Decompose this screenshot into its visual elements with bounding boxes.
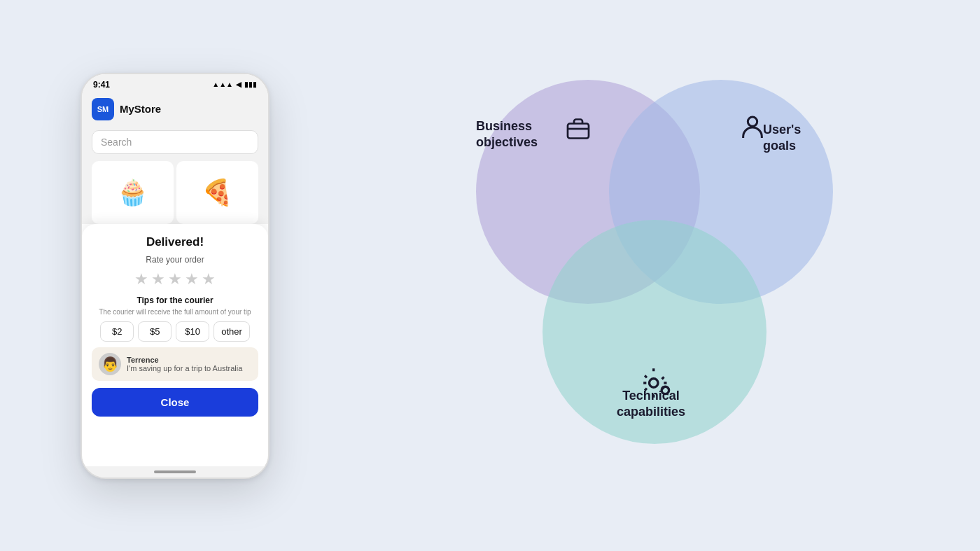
tips-sub: The courier will receive the full amount… <box>92 308 258 316</box>
food-card-cupcake[interactable]: 🧁 <box>92 161 174 224</box>
tip-buttons: $2 $5 $10 other <box>92 321 258 342</box>
gear-icon <box>640 365 676 400</box>
star-5[interactable]: ★ <box>202 270 216 288</box>
courier-avatar: 👨 <box>99 353 121 375</box>
delivered-title: Delivered! <box>92 235 258 249</box>
person-icon <box>738 113 766 141</box>
briefcase-icon <box>566 116 591 141</box>
stars-row: ★ ★ ★ ★ ★ <box>92 270 258 288</box>
business-label-line2: objectives <box>476 134 538 151</box>
app-name: MyStore <box>120 103 161 115</box>
tip-btn-5[interactable]: $5 <box>138 321 172 342</box>
wifi-icon: ◀ <box>236 81 241 88</box>
bottom-sheet: Delivered! Rate your order ★ ★ ★ ★ ★ Tip… <box>82 224 268 466</box>
star-4[interactable]: ★ <box>185 270 199 288</box>
phone-mockup: 9:41 ▲▲▲ ◀ ▮▮▮ SM MyStore Search 🧁 🍕 Del… <box>80 73 270 479</box>
svg-point-3 <box>650 378 659 387</box>
status-bar: 9:41 ▲▲▲ ◀ ▮▮▮ <box>82 74 268 92</box>
users-label-line1: User's <box>763 122 801 138</box>
status-time: 9:41 <box>93 80 110 90</box>
star-1[interactable]: ★ <box>134 270 148 288</box>
tip-btn-10[interactable]: $10 <box>176 321 209 342</box>
tips-label: Tips for the courier <box>92 295 258 305</box>
home-bar <box>154 470 196 473</box>
svg-rect-0 <box>568 123 589 138</box>
courier-info: Terrence I'm saving up for a trip to Aus… <box>127 356 242 372</box>
courier-card: 👨 Terrence I'm saving up for a trip to A… <box>92 347 258 381</box>
right-panel: Business objectives User's goals Technic… <box>350 0 980 551</box>
label-business: Business objectives <box>476 118 538 151</box>
label-users: User's goals <box>763 122 801 155</box>
courier-message: I'm saving up for a trip to Australia <box>127 364 242 372</box>
rate-label: Rate your order <box>92 255 258 265</box>
left-panel: 9:41 ▲▲▲ ◀ ▮▮▮ SM MyStore Search 🧁 🍕 Del… <box>0 0 350 551</box>
tip-btn-2[interactable]: $2 <box>100 321 134 342</box>
courier-name: Terrence <box>127 356 242 364</box>
food-row: 🧁 🍕 <box>82 161 268 224</box>
app-logo: SM <box>92 98 114 120</box>
tech-label-line2: capabilities <box>581 404 721 420</box>
app-header: SM MyStore <box>82 92 268 126</box>
battery-icon: ▮▮▮ <box>244 81 257 88</box>
close-button[interactable]: Close <box>92 388 258 417</box>
tip-btn-other[interactable]: other <box>214 321 250 342</box>
food-card-pizza[interactable]: 🍕 <box>176 161 258 224</box>
search-bar-container: Search <box>82 126 268 161</box>
svg-point-2 <box>748 117 757 126</box>
status-icons: ▲▲▲ ◀ ▮▮▮ <box>212 81 257 88</box>
star-2[interactable]: ★ <box>151 270 165 288</box>
star-3[interactable]: ★ <box>168 270 182 288</box>
users-label-line2: goals <box>763 138 801 154</box>
venn-diagram: Business objectives User's goals Technic… <box>420 59 910 493</box>
home-indicator <box>82 466 268 477</box>
search-input[interactable]: Search <box>92 130 258 154</box>
business-label-line1: Business <box>476 118 538 134</box>
signal-icon: ▲▲▲ <box>212 81 233 88</box>
